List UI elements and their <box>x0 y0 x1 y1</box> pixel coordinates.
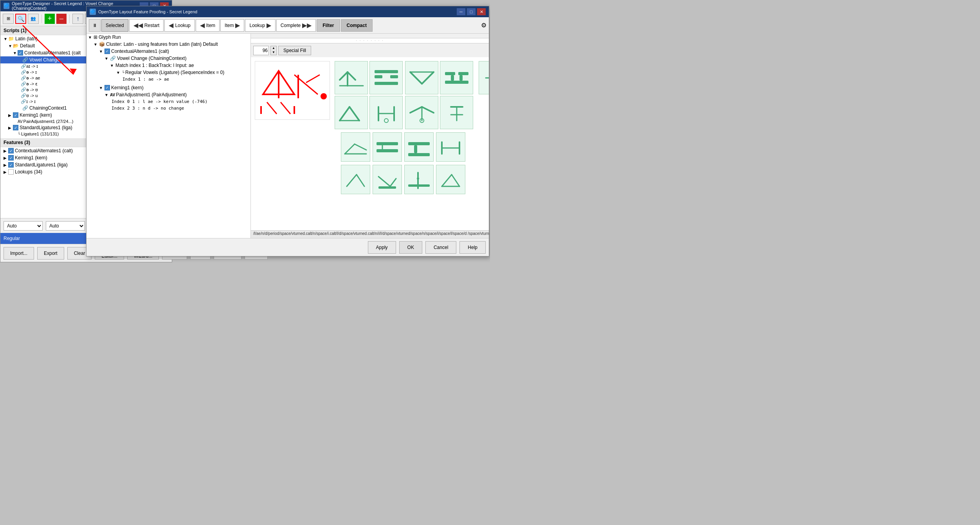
toggle-icon[interactable]: ▼ <box>94 42 99 47</box>
people-button[interactable]: 👥 <box>28 14 39 24</box>
pause-button[interactable]: ⏸ <box>89 19 101 32</box>
glyph-1[interactable] <box>335 61 368 94</box>
glyph-13[interactable] <box>436 132 465 162</box>
lookup-prev-button[interactable]: ◀ Lookup <box>164 19 195 32</box>
restart-button[interactable]: ◀◀ Restart <box>129 19 164 32</box>
glyph-10[interactable] <box>341 132 370 162</box>
check-icon[interactable]: ✓ <box>8 162 14 168</box>
glyph-run-row[interactable]: ▼ ⊞ Glyph Run <box>86 34 250 41</box>
item-prev-button[interactable]: ◀ Item <box>196 19 220 32</box>
complete-label: Complete <box>281 23 301 28</box>
glyph-2[interactable] <box>369 61 403 94</box>
kerning-row[interactable]: ▼ ✓ Kerning1 (kern) <box>86 84 250 91</box>
vowel-change-row[interactable]: ▼ 🔗 Vowel Change (ChainingContext) <box>86 55 250 62</box>
size-up-button[interactable]: ▲ <box>271 46 276 51</box>
features-label: Features (3) <box>4 140 30 145</box>
calt-label: ContextualAlternates1 (calt <box>24 50 81 56</box>
export-button[interactable]: Export <box>37 247 64 260</box>
proof-close-button[interactable]: ✕ <box>477 8 486 15</box>
index01-row[interactable]: Index 0 1 : l ae -> kern value (-746) <box>86 98 250 105</box>
glyph-8[interactable] <box>440 96 473 129</box>
check-icon[interactable]: ✓ <box>8 155 14 161</box>
zoom-fit-button[interactable]: ⊞ <box>3 14 14 24</box>
toggle-icon[interactable]: ▼ <box>116 70 122 75</box>
glyph-16[interactable] <box>404 165 434 194</box>
toggle-icon[interactable]: ▶ <box>8 126 13 130</box>
resize-handle[interactable]: · · · · · · · · <box>251 38 489 43</box>
default-label: Default <box>20 43 35 49</box>
toggle-icon[interactable]: ▼ <box>8 44 13 48</box>
glyph-14[interactable] <box>341 165 370 194</box>
glyph-15[interactable] <box>373 165 402 194</box>
proof-apply-button[interactable]: Apply <box>368 241 396 254</box>
check-icon[interactable]: ✓ <box>104 85 110 90</box>
filter-label: Filter <box>322 23 334 28</box>
glyph-7[interactable] <box>405 96 438 129</box>
check-icon[interactable]: ✓ <box>18 50 23 56</box>
folder-icon: 📁 <box>8 36 14 41</box>
nav-right-icon: ▶▶ <box>302 22 312 29</box>
add-button[interactable]: + <box>45 14 55 24</box>
calt-row[interactable]: ▼ ✓ ContextualAlternates1 (calt) <box>86 48 250 55</box>
lookup-next-button[interactable]: Lookup ▶ <box>245 19 275 32</box>
toggle-icon[interactable]: ▼ <box>88 35 94 40</box>
canvas-toolbar: ▲ ▼ Special Fill <box>251 43 489 57</box>
toggle-icon[interactable]: ▶ <box>8 113 13 117</box>
special-fill-button[interactable]: Special Fill <box>278 46 311 55</box>
dropdown-1[interactable]: Auto <box>4 221 43 231</box>
nav-left-icon: ◀ <box>200 22 205 29</box>
size-input[interactable] <box>253 46 269 55</box>
glyph-5[interactable] <box>405 61 438 94</box>
glyph-17[interactable] <box>436 165 465 194</box>
complete-button[interactable]: Complete ▶▶ <box>276 19 316 32</box>
check-icon[interactable]: ✓ <box>13 125 18 130</box>
move-up-button[interactable]: ↑ <box>72 14 83 24</box>
toggle-icon[interactable]: ▼ <box>99 86 104 90</box>
svg-rect-16 <box>375 75 382 78</box>
proof-ok-button[interactable]: OK <box>399 241 422 254</box>
check-icon[interactable]: ✓ <box>8 148 14 153</box>
glyph-6[interactable] <box>440 61 473 94</box>
remove-button[interactable]: ─ <box>56 14 67 24</box>
proof-help-button[interactable]: Help <box>459 241 486 254</box>
item-next-button[interactable]: Item ▶ <box>220 19 244 32</box>
selected-button[interactable]: Selected <box>101 19 128 32</box>
glyph-11[interactable] <box>373 132 402 162</box>
svg-rect-28 <box>445 72 455 75</box>
settings-button[interactable]: ⚙ <box>481 22 486 29</box>
check-icon[interactable]: ✓ <box>104 49 110 54</box>
pair-adj-row[interactable]: ▼ AV PairAdjustment1 (PairAdjustment) <box>86 91 250 98</box>
check-icon[interactable]: ✓ <box>13 112 18 118</box>
index23-row[interactable]: Index 2 3 : n d -> no change <box>86 105 250 112</box>
import-button[interactable]: Import... <box>4 247 34 260</box>
proof-cancel-button[interactable]: Cancel <box>425 241 456 254</box>
proof-maximize-button[interactable]: □ <box>467 8 476 15</box>
search-button[interactable]: 🔍 <box>15 14 26 24</box>
glyph-3[interactable] <box>335 96 368 129</box>
glyph-4[interactable] <box>369 96 403 129</box>
svg-rect-51 <box>408 153 430 156</box>
toggle-icon[interactable]: ▼ <box>104 56 110 61</box>
match-row[interactable]: ▼ Match index 1 : BackTrack: l Input: ae <box>86 62 250 69</box>
glyph-12[interactable] <box>404 132 434 162</box>
match-label: Match index 1 : BackTrack: l Input: ae <box>115 63 194 68</box>
h-scroll-top[interactable] <box>251 34 489 38</box>
cluster-row[interactable]: ▼ 📦 Cluster: Latin - using features from… <box>86 41 250 48</box>
toggle-icon[interactable]: ▼ <box>104 93 110 97</box>
toggle-icon[interactable]: ▼ <box>110 63 115 68</box>
index1-row[interactable]: Index 1 : ae -> ae <box>86 76 250 83</box>
check-icon[interactable] <box>8 169 14 175</box>
compact-button[interactable]: Compact <box>341 19 373 32</box>
toggle-icon[interactable]: ▼ <box>99 49 104 54</box>
main-glyph-cell[interactable] <box>255 61 330 120</box>
proof-minimize-button[interactable]: ─ <box>457 8 465 15</box>
seq-icon: └ <box>122 70 124 75</box>
regular-vowels-row[interactable]: ▼ └ Regular Vowels (Ligature) (SequenceI… <box>86 69 250 76</box>
calt-label: ContextualAlternates1 (calt) <box>111 49 169 54</box>
filter-button[interactable]: Filter <box>317 19 340 32</box>
toggle-icon[interactable]: ▼ <box>13 51 18 55</box>
size-down-button[interactable]: ▼ <box>271 51 276 55</box>
dropdown-2[interactable]: Auto <box>46 221 85 231</box>
toggle-icon[interactable]: ▼ <box>4 37 8 41</box>
glyph-9[interactable] <box>479 61 489 94</box>
